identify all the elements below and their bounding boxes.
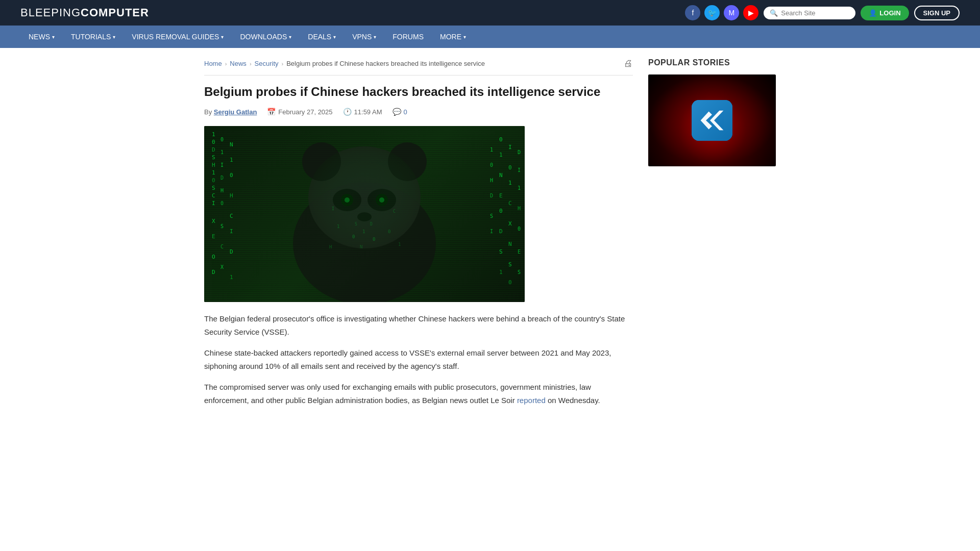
twitter-icon[interactable]: 🐦 [704, 5, 720, 20]
print-icon[interactable]: 🖨 [624, 58, 633, 69]
search-input[interactable] [781, 9, 849, 17]
svg-text:I: I [332, 207, 334, 211]
svg-text:S: S [355, 222, 357, 227]
article-comments[interactable]: 💬 0 [393, 108, 407, 116]
matrix-columns: 1 0 D S H 1 0 S C I X E O D 0 [204, 126, 525, 302]
svg-text:I: I [230, 228, 233, 235]
mastodon-icon[interactable]: M [724, 5, 739, 20]
chevron-down-icon: ▾ [333, 34, 336, 40]
svg-text:S: S [499, 248, 503, 255]
svg-text:X: X [508, 220, 512, 227]
svg-text:D: D [370, 222, 373, 227]
svg-text:0: 0 [388, 229, 390, 234]
svg-text:I: I [212, 200, 215, 207]
nav-news-label: NEWS [29, 33, 50, 41]
svg-text:0: 0 [352, 234, 355, 239]
comment-icon: 💬 [393, 108, 401, 116]
chevron-down-icon: ▾ [52, 34, 55, 40]
svg-text:0: 0 [220, 137, 224, 142]
youtube-icon[interactable]: ▶ [743, 5, 758, 20]
nav-virus-label: VIRUS REMOVAL GUIDES [132, 33, 219, 41]
svg-text:S: S [220, 223, 224, 229]
breadcrumb-home[interactable]: Home [204, 60, 222, 67]
svg-text:E: E [212, 233, 215, 240]
svg-text:1: 1 [212, 169, 215, 176]
breadcrumb-sep-3: › [282, 61, 284, 67]
chevron-down-icon: ▾ [113, 34, 115, 40]
svg-text:I: I [490, 229, 493, 234]
nav-news[interactable]: NEWS ▾ [20, 26, 63, 48]
nav-virus-removal[interactable]: VIRUS REMOVAL GUIDES ▾ [124, 26, 232, 48]
svg-text:S: S [212, 185, 215, 191]
breadcrumb-news[interactable]: News [230, 60, 247, 67]
svg-text:H: H [230, 192, 233, 199]
search-box: 🔍 [764, 7, 855, 19]
page-wrapper: Home › News › Security › Belgium probes … [184, 48, 796, 425]
svg-text:N: N [360, 244, 362, 249]
svg-text:X: X [220, 264, 224, 270]
svg-text:H: H [329, 244, 332, 249]
article-author-label: By Sergiu Gatlan [204, 108, 257, 116]
login-label: LOGIN [879, 9, 900, 17]
nav-vpns[interactable]: VPNS ▾ [344, 26, 384, 48]
svg-text:H: H [518, 206, 521, 211]
article-time: 🕐 11:59 AM [343, 108, 382, 116]
article-paragraph-2: Chinese state-backed attackers reportedl… [204, 346, 633, 372]
breadcrumb-current: Belgium probes if Chinese hackers breach… [286, 60, 485, 67]
clock-icon: 🕐 [343, 108, 352, 116]
nav-forums[interactable]: FORUMS [384, 26, 432, 48]
svg-text:D: D [212, 269, 215, 276]
signup-button[interactable]: SIGN UP [914, 6, 960, 20]
svg-text:0: 0 [508, 164, 512, 171]
search-icon: 🔍 [770, 9, 778, 17]
breadcrumb-security[interactable]: Security [255, 60, 279, 67]
time-text: 11:59 AM [354, 108, 382, 116]
login-button[interactable]: 👤 LOGIN [861, 6, 909, 20]
svg-text:O: O [212, 254, 215, 260]
main-nav: NEWS ▾ TUTORIALS ▾ VIRUS REMOVAL GUIDES … [0, 26, 980, 48]
article-meta: By Sergiu Gatlan 📅 February 27, 2025 🕐 1… [204, 108, 633, 116]
nav-deals-label: DEALS [308, 33, 331, 41]
social-icons: f 🐦 M ▶ [685, 5, 758, 20]
svg-text:0: 0 [230, 172, 233, 179]
logo-text-bold: COMPUTER [81, 6, 149, 19]
svg-text:C: C [220, 244, 224, 249]
logo-text-light: BLEEPING [20, 6, 81, 19]
svg-text:1: 1 [337, 224, 339, 229]
reported-link[interactable]: reported [517, 396, 546, 405]
facebook-icon[interactable]: f [685, 5, 700, 20]
svg-text:D: D [499, 228, 503, 235]
nav-downloads[interactable]: DOWNLOADS ▾ [232, 26, 300, 48]
site-logo[interactable]: BLEEPINGCOMPUTER [20, 6, 149, 19]
svg-text:D: D [490, 193, 493, 198]
breadcrumb: Home › News › Security › Belgium probes … [204, 58, 633, 76]
nav-more[interactable]: MORE ▾ [432, 26, 474, 48]
svg-text:C: C [508, 200, 512, 207]
svg-text:S: S [518, 269, 521, 275]
nav-tutorials[interactable]: TUTORIALS ▾ [63, 26, 124, 48]
article-date: 📅 February 27, 2025 [267, 108, 332, 116]
chevron-down-icon: ▾ [463, 34, 466, 40]
svg-text:1: 1 [499, 152, 503, 158]
svg-text:H: H [212, 162, 215, 168]
nav-more-label: MORE [440, 33, 461, 41]
svg-text:N: N [499, 172, 503, 179]
panda-image-container: 1 0 D S H 1 0 S C I X E O D 0 [204, 126, 525, 302]
svg-text:D: D [518, 149, 521, 155]
svg-text:0: 0 [373, 237, 375, 242]
author-link[interactable]: Sergiu Gatlan [214, 108, 257, 116]
breadcrumb-sep-1: › [225, 61, 227, 67]
svg-text:1: 1 [398, 242, 401, 247]
svg-text:S: S [490, 213, 493, 219]
svg-text:N: N [508, 241, 512, 247]
popular-stories-title: POPULAR STORIES [648, 58, 776, 67]
svg-text:C: C [212, 192, 215, 199]
svg-text:C: C [230, 213, 233, 219]
svg-text:1: 1 [508, 180, 512, 186]
popular-story-image[interactable] [648, 74, 776, 166]
nav-deals[interactable]: DEALS ▾ [300, 26, 344, 48]
nav-vpns-label: VPNS [352, 33, 372, 41]
svg-text:N: N [230, 141, 233, 148]
calendar-icon: 📅 [267, 108, 276, 116]
svg-text:I: I [518, 167, 521, 173]
